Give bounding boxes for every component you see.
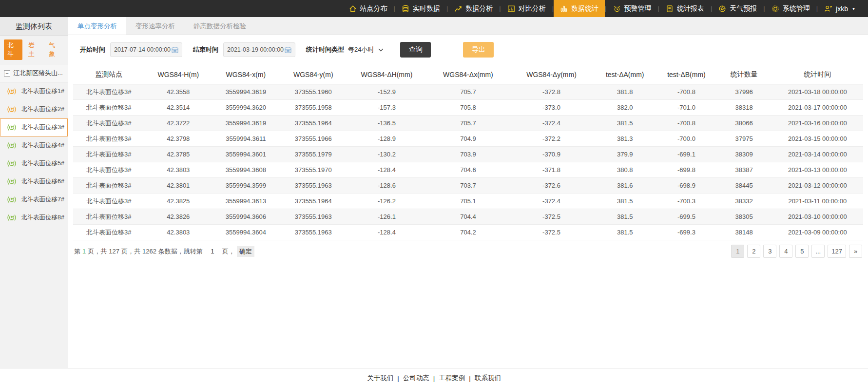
table-cell: -700.0 <box>656 131 716 147</box>
sidebar-station-4[interactable]: 北斗表面位移4# <box>0 136 68 155</box>
end-time-input[interactable]: 2021-03-19 00:00:00 <box>223 42 295 57</box>
nav-statistic-reports[interactable]: 统计报表 <box>659 0 711 17</box>
table-cell: 3559994.3599 <box>212 178 279 194</box>
table-cell: 373555.1963 <box>280 225 347 240</box>
footer-separator: | <box>433 375 435 382</box>
table-header-row: 监测站点WGS84-H(m)WGS84-x(m)WGS84-y(m)WGS84-… <box>73 65 863 84</box>
sidebar-station-1[interactable]: 北斗表面位移1# <box>0 82 68 100</box>
nav-site-distribution[interactable]: 站点分布 <box>343 0 394 17</box>
table-cell: 3559994.3606 <box>212 209 279 225</box>
nav-data-analysis[interactable]: 数据分析 <box>448 0 499 17</box>
table-cell: 381.5 <box>593 116 656 131</box>
nav-weather-forecast[interactable]: 天气预报 <box>712 0 763 17</box>
table-cell: 37975 <box>716 131 772 147</box>
station-label: 北斗表面位移3# <box>21 123 64 132</box>
sidebar-tab-3[interactable]: 气象 <box>45 39 64 60</box>
query-button[interactable]: 查询 <box>400 42 431 58</box>
table-cell: 704.2 <box>426 225 510 240</box>
user-menu[interactable]: jxkb▾ <box>818 0 861 17</box>
table-row: 北斗表面位移3#42.35583559994.3619373555.1960-1… <box>73 84 863 100</box>
sidebar-tab-1[interactable]: 北斗 <box>4 39 22 60</box>
confirm-button[interactable]: 确定 <box>237 246 254 257</box>
table-cell: 北斗表面位移3# <box>73 131 145 147</box>
sidebar-tab-2[interactable]: 岩土 <box>25 39 43 60</box>
table-row: 北斗表面位移3#42.38033559994.3604373555.1963-1… <box>73 225 863 240</box>
nav-weather-forecast-label: 天气预报 <box>730 4 757 13</box>
filter-bar: 开始时间 2017-07-14 00:00:00 结束时间 2021-03-19… <box>68 35 868 59</box>
nav-system-management-label: 系统管理 <box>783 4 810 13</box>
sidebar-station-5[interactable]: 北斗表面位移5# <box>0 155 68 173</box>
page-button-4[interactable]: 4 <box>779 245 792 258</box>
tree-item-project[interactable]: − 江北新区猪头山... <box>0 64 68 82</box>
table-cell: 北斗表面位移3# <box>73 84 145 100</box>
table-row: 北斗表面位移3#42.37853559994.3601373555.1979-1… <box>73 147 863 162</box>
trend-icon <box>454 5 462 13</box>
page-button-2[interactable]: 2 <box>747 245 760 258</box>
table-cell: -699.5 <box>656 209 716 225</box>
table-cell: 北斗表面位移3# <box>73 194 145 209</box>
nav-compare-analysis[interactable]: 对比分析 <box>501 0 552 17</box>
page-button-127[interactable]: 127 <box>828 245 846 258</box>
table-cell: 373555.1964 <box>280 194 347 209</box>
table-cell: -372.2 <box>510 131 593 147</box>
table-cell: 703.7 <box>426 178 510 194</box>
table-cell: 704.9 <box>426 131 510 147</box>
interval-select[interactable]: 每24小时 <box>348 45 384 54</box>
table-cell: 704.6 <box>426 162 510 178</box>
table-cell: 3559994.3601 <box>212 147 279 162</box>
sidebar-station-8[interactable]: 北斗表面位移8# <box>0 209 68 227</box>
table-cell: -701.0 <box>656 100 716 116</box>
tab-analysis-1[interactable]: 单点变形分析 <box>68 17 126 35</box>
next-page-button[interactable]: » <box>849 245 862 258</box>
page-button-3[interactable]: 3 <box>763 245 776 258</box>
column-header: 统计数量 <box>716 65 772 84</box>
table-cell: 38309 <box>716 147 772 162</box>
footer-link-2[interactable]: 公司动态 <box>403 374 429 383</box>
footer-link-1[interactable]: 关于我们 <box>367 374 393 383</box>
table-cell: 2021-03-16 00:00:00 <box>772 116 863 131</box>
sidebar-station-7[interactable]: 北斗表面位移7# <box>0 191 68 209</box>
table-cell: -372.4 <box>510 116 593 131</box>
table-cell: 2021-03-14 00:00:00 <box>772 147 863 162</box>
page-button-1[interactable]: 1 <box>731 245 744 258</box>
sidebar-station-3[interactable]: 北斗表面位移3# <box>0 118 68 136</box>
table-cell: 2021-03-09 00:00:00 <box>772 225 863 240</box>
export-button[interactable]: 导出 <box>463 42 494 58</box>
table-cell: -370.9 <box>510 147 593 162</box>
collapse-icon[interactable]: − <box>4 70 10 77</box>
nav-system-management[interactable]: 系统管理 <box>765 0 816 17</box>
calendar-icon[interactable] <box>285 47 291 53</box>
table-cell: 北斗表面位移3# <box>73 116 145 131</box>
nav-alert-management[interactable]: 预警管理 <box>607 0 658 17</box>
chevron-down-icon <box>378 48 384 52</box>
nav-compare-analysis-label: 对比分析 <box>519 4 546 13</box>
nav-data-statistics-label: 数据统计 <box>571 4 598 13</box>
tab-analysis-2[interactable]: 变形速率分析 <box>126 17 184 35</box>
footer-link-4[interactable]: 联系我们 <box>475 374 501 383</box>
start-time-input[interactable]: 2017-07-14 00:00:00 <box>110 42 182 57</box>
table-cell: 381.5 <box>593 209 656 225</box>
start-time-label: 开始时间 <box>80 45 105 54</box>
footer-link-3[interactable]: 工程案例 <box>439 374 465 383</box>
table-cell: -126.1 <box>347 209 426 225</box>
table-cell: 3559994.3619 <box>212 116 279 131</box>
calendar-icon[interactable] <box>172 47 178 53</box>
column-header: test-ΔA(mm) <box>593 65 656 84</box>
tab-analysis-3[interactable]: 静态数据分析检验 <box>184 17 255 35</box>
column-header: 统计时间 <box>772 65 863 84</box>
page-button-5[interactable]: 5 <box>795 245 809 258</box>
table-cell: 38332 <box>716 194 772 209</box>
sidebar-station-2[interactable]: 北斗表面位移2# <box>0 100 68 118</box>
jump-page-input[interactable] <box>205 248 220 255</box>
table-cell: -152.9 <box>347 84 426 100</box>
pagination-text: 页， <box>222 247 235 256</box>
page-button-...[interactable]: ... <box>811 245 825 258</box>
table-cell: -372.6 <box>510 178 593 194</box>
table-cell: -372.5 <box>510 209 593 225</box>
nav-realtime-data[interactable]: 实时数据 <box>395 0 446 17</box>
nav-data-statistics[interactable]: 数据统计 <box>554 0 605 17</box>
current-page-number: 1 <box>82 248 86 255</box>
sidebar-station-6[interactable]: 北斗表面位移6# <box>0 173 68 191</box>
table-cell: 373555.1963 <box>280 178 347 194</box>
station-label: 北斗表面位移4# <box>21 141 64 150</box>
